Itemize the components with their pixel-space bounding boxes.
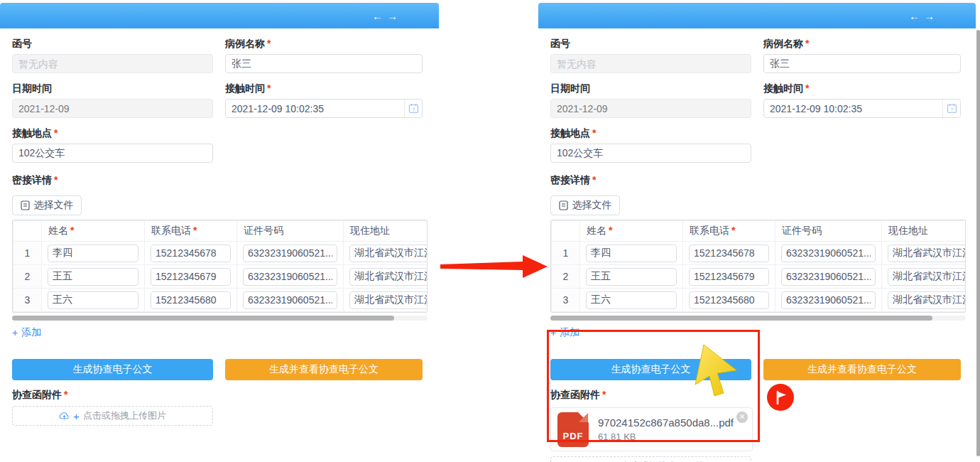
contact-place-input[interactable]: [12, 144, 213, 163]
case-name-label: 病例名称*: [225, 38, 423, 49]
add-row-link[interactable]: +添加: [550, 326, 579, 339]
name-cell-input[interactable]: [586, 245, 677, 262]
plus-icon: +: [550, 327, 556, 338]
row-index: 2: [13, 265, 42, 289]
address-cell-input[interactable]: [349, 268, 428, 286]
id-cell-input[interactable]: [781, 291, 876, 309]
name-cell-input[interactable]: [48, 245, 138, 262]
select-file-button[interactable]: 选择文件: [12, 195, 82, 215]
contact-time-label: 接触时间*: [225, 82, 423, 94]
col-id-header: 证件号码: [237, 221, 344, 242]
col-address-header: 现住地址: [882, 221, 967, 242]
upload-dropzone[interactable]: + 点击或拖拽上传图片: [550, 456, 751, 462]
generate-view-doc-button[interactable]: 生成并查看协查电子公文: [763, 359, 961, 380]
pdf-filesize: 61.81 KB: [598, 431, 734, 442]
id-cell-input[interactable]: [243, 268, 337, 286]
case-name-input[interactable]: [225, 54, 423, 73]
address-cell-input[interactable]: [888, 245, 966, 262]
letter-no-label: 函号: [12, 38, 213, 49]
contact-place-input[interactable]: [550, 144, 751, 163]
date-label: 日期时间: [12, 82, 213, 94]
screenshot-stage: ←→ 函号 病例名称* 日期时间 接触时间*: [0, 0, 980, 462]
page-vertical-scrollbar[interactable]: [976, 30, 980, 456]
table-horizontal-scrollbar[interactable]: [550, 316, 966, 321]
row-index: 3: [13, 289, 42, 312]
id-cell-input[interactable]: [243, 245, 337, 262]
generate-view-doc-button[interactable]: 生成并查看协查电子公文: [225, 359, 423, 380]
phone-cell-input[interactable]: [689, 291, 769, 309]
panel-header-bar: ←→: [0, 3, 439, 28]
scrollbar-thumb[interactable]: [550, 316, 932, 321]
phone-cell-input[interactable]: [151, 245, 231, 262]
resize-arrows-icon[interactable]: ←→: [909, 10, 939, 22]
close-contact-label: 密接详情*: [12, 174, 423, 186]
attachment-label: 协查函附件*: [550, 389, 959, 400]
pdf-file-icon: PDF: [557, 412, 589, 447]
date-input: [12, 99, 213, 118]
table-row: 2: [13, 265, 428, 289]
add-row-link[interactable]: +添加: [12, 326, 41, 339]
id-cell-input[interactable]: [243, 291, 337, 309]
row-index: 3: [552, 289, 580, 312]
close-contact-label: 密接详情*: [550, 174, 959, 186]
attachment-label: 协查函附件*: [12, 389, 423, 400]
upload-dropzone[interactable]: + 点击或拖拽上传图片: [12, 406, 213, 426]
row-index: 1: [552, 242, 580, 265]
col-name-header: 姓名*: [42, 221, 145, 242]
letter-no-input: [550, 54, 751, 73]
letter-no-label: 函号: [550, 38, 751, 49]
plus-icon: +: [73, 410, 80, 422]
contact-time-input[interactable]: [225, 99, 423, 118]
name-cell-input[interactable]: [48, 291, 138, 309]
col-id-header: 证件号码: [775, 221, 882, 242]
phone-cell-input[interactable]: [689, 268, 769, 286]
phone-cell-input[interactable]: [151, 291, 231, 309]
row-index: 1: [13, 242, 42, 265]
case-name-label: 病例名称*: [763, 38, 961, 49]
phone-cell-input[interactable]: [689, 245, 769, 262]
id-cell-input[interactable]: [781, 268, 876, 286]
table-row: 3: [552, 289, 967, 312]
name-cell-input[interactable]: [586, 268, 677, 286]
contact-place-label: 接触地点*: [550, 127, 751, 139]
calendar-icon[interactable]: 7: [404, 100, 422, 117]
col-phone-header: 联系电话*: [145, 221, 237, 242]
table-header-row: 姓名* 联系电话* 证件号码 现住地址: [552, 221, 967, 242]
select-file-button[interactable]: 选择文件: [550, 195, 620, 215]
phone-cell-input[interactable]: [151, 268, 231, 286]
contact-time-input[interactable]: [763, 99, 961, 118]
generate-doc-button[interactable]: 生成协查电子公文: [12, 359, 213, 380]
cursor-pointer-icon: [692, 343, 742, 399]
click-flag-icon: [767, 384, 794, 411]
calendar-icon[interactable]: 7: [942, 100, 960, 117]
transition-arrow: [440, 253, 548, 280]
col-name-header: 姓名*: [580, 221, 683, 242]
remove-attachment-icon[interactable]: ✕: [736, 412, 748, 423]
date-input: [550, 99, 751, 118]
svg-text:7: 7: [412, 107, 415, 112]
row-index: 2: [552, 265, 580, 289]
case-name-input[interactable]: [763, 54, 961, 73]
address-cell-input[interactable]: [888, 291, 966, 309]
address-cell-input[interactable]: [349, 245, 428, 262]
table-horizontal-scrollbar[interactable]: [12, 316, 428, 321]
address-cell-input[interactable]: [349, 291, 428, 309]
file-icon: [21, 200, 30, 210]
scrollbar-thumb[interactable]: [12, 316, 394, 321]
table-header-row: 姓名* 联系电话* 证件号码 现住地址: [13, 221, 428, 242]
pdf-filename: 97024152c867a850da8...pdf: [598, 417, 734, 429]
plus-icon: +: [12, 327, 18, 338]
form-panel-before: ←→ 函号 病例名称* 日期时间 接触时间*: [0, 0, 439, 462]
col-phone-header: 联系电话*: [683, 221, 775, 242]
pdf-attachment-card[interactable]: PDF 97024152c867a850da8...pdf 61.81 KB ✕: [550, 407, 753, 451]
resize-arrows-icon[interactable]: ←→: [372, 10, 402, 22]
id-cell-input[interactable]: [781, 245, 876, 262]
date-label: 日期时间: [550, 82, 751, 94]
table-row: 2: [552, 265, 967, 289]
col-address-header: 现住地址: [344, 221, 428, 242]
name-cell-input[interactable]: [48, 268, 138, 286]
svg-text:7: 7: [950, 107, 953, 112]
name-cell-input[interactable]: [586, 291, 677, 309]
address-cell-input[interactable]: [888, 268, 966, 286]
form-panel-after: ←→ 函号 病例名称* 日期时间 接触时间*: [538, 0, 976, 462]
